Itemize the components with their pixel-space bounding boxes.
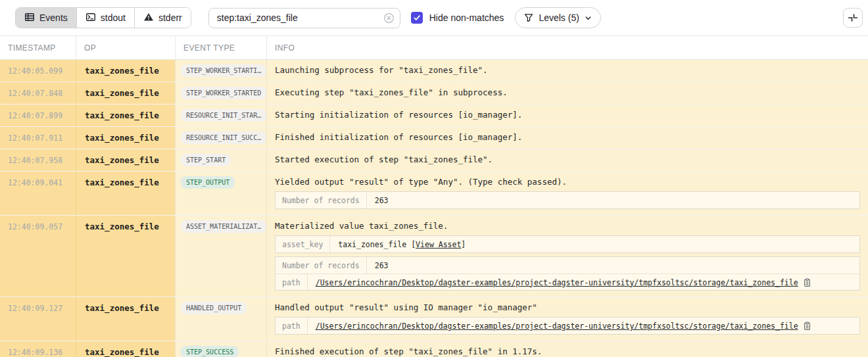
tab-stdout[interactable]: stdout: [77, 8, 135, 28]
metadata-row: asset_keytaxi_zones_file[View Asset]: [276, 236, 859, 252]
search-input[interactable]: [217, 12, 383, 23]
table-row[interactable]: 12:40:09.057taxi_zones_fileASSET_MATERIA…: [0, 216, 868, 297]
collapse-panel-icon: [848, 12, 858, 23]
clear-search-icon[interactable]: [383, 12, 395, 24]
levels-filter-button[interactable]: Levels (5): [515, 7, 600, 28]
log-view-tabs: Events stdout stderr: [15, 7, 191, 28]
header-timestamp: TIMESTAMP: [0, 36, 76, 59]
table-row[interactable]: 12:40:09.136taxi_zones_fileSTEP_SUCCESSF…: [0, 341, 868, 357]
metadata-label: path: [276, 274, 308, 290]
row-timestamp: 12:40:07.911: [0, 127, 76, 149]
row-event-type: HANDLED_OUTPUT: [175, 297, 266, 341]
metadata-table: asset_keytaxi_zones_file[View Asset]: [275, 235, 860, 253]
info-text: Started execution of step "taxi_zones_fi…: [275, 155, 860, 165]
table-row[interactable]: 12:40:07.958taxi_zones_fileSTEP_STARTSta…: [0, 149, 868, 172]
event-type-chip: RESOURCE_INIT_SUCC…: [181, 131, 266, 144]
row-timestamp: 12:40:05.099: [0, 60, 76, 82]
bracket-link-wrap: [View Asset]: [411, 240, 466, 249]
info-text: Executing step "taxi_zones_file" in subp…: [275, 87, 860, 98]
info-text: Launching subprocess for "taxi_zones_fil…: [275, 65, 860, 76]
row-op: taxi_zones_file: [76, 149, 175, 171]
row-timestamp: 12:40:09.057: [0, 216, 76, 297]
table-row[interactable]: 12:40:09.127taxi_zones_fileHANDLED_OUTPU…: [0, 297, 868, 341]
row-info: Started execution of step "taxi_zones_fi…: [266, 149, 868, 171]
row-op: taxi_zones_file: [76, 82, 175, 104]
metadata-value: 263: [367, 257, 397, 274]
row-info: Finished initialization of resources [io…: [266, 127, 868, 149]
event-type-chip: RESOURCE_INIT_STAR…: [181, 109, 266, 122]
view-asset-link[interactable]: View Asset: [416, 240, 461, 249]
info-text: Handled output "result" using IO manager…: [275, 302, 860, 313]
row-event-type: STEP_SUCCESS: [175, 341, 266, 357]
log-toolbar: Events stdout stderr Hide non-matches: [0, 0, 868, 36]
info-text: Finished initialization of resources [io…: [275, 132, 860, 143]
hide-non-matches-label: Hide non-matches: [429, 12, 504, 23]
event-type-chip: STEP_SUCCESS: [181, 346, 239, 357]
metadata-label: Number of records: [276, 257, 367, 274]
metadata-value: taxi_zones_file[View Asset]: [330, 236, 473, 252]
row-info: Starting initialization of resources [io…: [266, 105, 868, 126]
metadata-table: Number of records263: [275, 191, 860, 209]
row-info: Materialized value taxi_zones_file.asset…: [266, 216, 868, 297]
metadata-row: Number of records263: [276, 192, 859, 208]
row-event-type: RESOURCE_INIT_SUCC…: [175, 127, 266, 149]
event-type-chip: ASSET_MATERIALIZAT…: [181, 220, 266, 233]
row-event-type: ASSET_MATERIALIZAT…: [175, 216, 266, 297]
table-row[interactable]: 12:40:07.848taxi_zones_fileSTEP_WORKER_S…: [0, 82, 868, 105]
table-header-row: TIMESTAMP OP EVENT TYPE INFO: [0, 36, 868, 60]
metadata-value: /Users/erincochran/Desktop/dagster-examp…: [308, 318, 819, 334]
checkbox-checked[interactable]: [411, 12, 423, 24]
row-event-type: RESOURCE_INIT_STAR…: [175, 105, 266, 126]
tab-stderr[interactable]: stderr: [135, 8, 191, 28]
row-info: Launching subprocess for "taxi_zones_fil…: [266, 60, 868, 82]
terminal-icon: [85, 12, 96, 24]
header-op: OP: [76, 36, 175, 59]
row-timestamp: 12:40:09.041: [0, 172, 76, 215]
row-event-type: STEP_WORKER_STARTI…: [175, 60, 266, 82]
path-link[interactable]: /Users/erincochran/Desktop/dagster-examp…: [316, 321, 798, 331]
row-info: Yielded output "result" of type "Any". (…: [266, 172, 868, 215]
table-row[interactable]: 12:40:07.899taxi_zones_fileRESOURCE_INIT…: [0, 105, 868, 127]
chevron-down-icon: [585, 14, 592, 22]
event-type-chip: STEP_OUTPUT: [181, 176, 235, 189]
filter-funnel-icon: [524, 13, 533, 22]
row-info: Handled output "result" using IO manager…: [266, 297, 868, 341]
metadata-table: Number of records263path/Users/erincochr…: [275, 256, 860, 291]
metadata-value: 263: [367, 192, 397, 208]
hide-non-matches-toggle[interactable]: Hide non-matches: [411, 12, 504, 24]
header-event-type: EVENT TYPE: [175, 36, 266, 59]
tab-stderr-label: stderr: [158, 12, 182, 23]
event-type-chip: HANDLED_OUTPUT: [181, 302, 247, 314]
metadata-value-text: 263: [375, 196, 389, 205]
log-rows: 12:40:05.099taxi_zones_fileSTEP_WORKER_S…: [0, 60, 868, 357]
metadata-row: Number of records263: [276, 257, 859, 274]
table-row[interactable]: 12:40:09.041taxi_zones_fileSTEP_OUTPUTYi…: [0, 172, 868, 216]
info-text: Materialized value taxi_zones_file.: [275, 221, 860, 231]
metadata-label: asset_key: [276, 236, 330, 252]
event-log-table: TIMESTAMP OP EVENT TYPE INFO 12:40:05.09…: [0, 36, 868, 357]
path-link[interactable]: /Users/erincochran/Desktop/dagster-examp…: [316, 278, 798, 287]
event-type-chip: STEP_START: [181, 154, 231, 166]
event-type-chip: STEP_WORKER_STARTED: [181, 87, 266, 99]
copy-icon[interactable]: [803, 278, 811, 287]
log-filter-searchbox: [208, 8, 400, 28]
row-op: taxi_zones_file: [76, 216, 175, 297]
row-event-type: STEP_WORKER_STARTED: [175, 82, 266, 104]
row-info: Executing step "taxi_zones_file" in subp…: [266, 82, 868, 104]
table-row[interactable]: 12:40:05.099taxi_zones_fileSTEP_WORKER_S…: [0, 60, 868, 82]
row-op: taxi_zones_file: [76, 297, 175, 341]
warning-icon: [143, 12, 154, 24]
metadata-value-text: taxi_zones_file: [338, 240, 406, 249]
info-text: Finished execution of step "taxi_zones_f…: [275, 346, 860, 357]
row-op: taxi_zones_file: [76, 127, 175, 149]
events-table-icon: [24, 12, 35, 24]
row-timestamp: 12:40:09.127: [0, 297, 76, 341]
collapse-panel-button[interactable]: [843, 8, 863, 28]
info-text: Yielded output "result" of type "Any". (…: [275, 177, 860, 187]
copy-icon[interactable]: [803, 321, 811, 331]
table-row[interactable]: 12:40:07.911taxi_zones_fileRESOURCE_INIT…: [0, 127, 868, 149]
row-timestamp: 12:40:07.958: [0, 149, 76, 171]
metadata-value-text: 263: [375, 261, 389, 270]
tab-events[interactable]: Events: [16, 8, 77, 28]
tab-stdout-label: stdout: [101, 12, 126, 23]
